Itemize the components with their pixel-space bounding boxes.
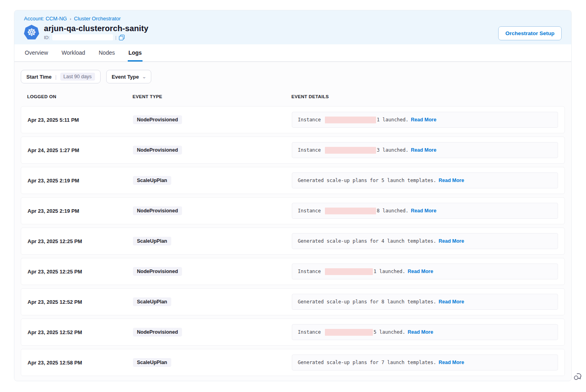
id-separator: | xyxy=(115,35,117,40)
event-type-cell: ScaleUpPlan xyxy=(133,358,292,367)
breadcrumb-account[interactable]: Account: CCM-NG xyxy=(24,16,67,22)
event-details-cell: Instance5 launched.Read More xyxy=(292,324,558,340)
tab-nodes[interactable]: Nodes xyxy=(98,44,115,61)
tab-overview[interactable]: Overview xyxy=(24,44,49,61)
kubernetes-icon: ☸ xyxy=(24,25,39,40)
filters-row: Start Time | Last 90 days Event Type ⌄ xyxy=(21,70,565,83)
event-details-text: Generated scale-up plans for 7 launch te… xyxy=(298,360,436,365)
column-header-event-type: EVENT TYPE xyxy=(133,94,291,99)
start-time-label: Start Time xyxy=(26,74,51,80)
event-details-cell: Instance8 launched.Read More xyxy=(292,203,558,219)
event-details-text-after: 1 launched. xyxy=(374,269,405,274)
event-details-text: Instance xyxy=(298,329,321,335)
logged-on-value: Apr 23, 2025 12:25 PM xyxy=(28,238,133,244)
chat-bubbles-icon[interactable] xyxy=(573,371,583,382)
redacted-instance-id xyxy=(325,268,373,275)
id-redacted-value xyxy=(52,34,113,40)
read-more-link[interactable]: Read More xyxy=(439,178,464,183)
column-header-event-details: EVENT DETAILS xyxy=(291,94,558,99)
event-type-cell: NodeProvisioned xyxy=(133,328,292,337)
filter-divider: | xyxy=(55,74,56,80)
breadcrumb-separator-icon: › xyxy=(70,16,71,21)
event-details-box: Instance8 launched.Read More xyxy=(292,203,558,219)
event-details-text-after: 1 launched. xyxy=(377,117,408,123)
event-details-cell: Generated scale-up plans for 7 launch te… xyxy=(292,354,558,370)
redacted-instance-id xyxy=(325,208,376,214)
start-time-value: Last 90 days xyxy=(60,73,95,81)
event-details-text: Generated scale-up plans for 5 launch te… xyxy=(298,178,436,183)
logged-on-value: Apr 23, 2025 12:58 PM xyxy=(28,360,133,366)
event-details-box: Instance1 launched.Read More xyxy=(292,112,558,128)
log-row: Apr 24, 2025 1:27 PMNodeProvisionedInsta… xyxy=(21,137,565,164)
event-type-cell: NodeProvisioned xyxy=(133,206,292,215)
read-more-link[interactable]: Read More xyxy=(408,269,433,274)
id-label: ID: xyxy=(44,35,50,40)
read-more-link[interactable]: Read More xyxy=(411,147,436,153)
start-time-filter[interactable]: Start Time | Last 90 days xyxy=(21,70,101,83)
read-more-link[interactable]: Read More xyxy=(439,360,464,365)
event-details-text-after: 5 launched. xyxy=(374,329,405,335)
event-details-box: Instance1 launched.Read More xyxy=(292,263,558,279)
event-details-cell: Instance1 launched.Read More xyxy=(292,263,558,279)
event-type-badge: NodeProvisioned xyxy=(133,328,182,337)
event-details-text: Instance xyxy=(298,147,321,153)
event-details-text: Instance xyxy=(298,208,321,214)
page-title: arjun-qa-clusterorch-sanity xyxy=(44,24,148,33)
event-details-cell: Generated scale-up plans for 4 launch te… xyxy=(292,233,558,249)
table-header: LOGGED ON EVENT TYPE EVENT DETAILS xyxy=(21,94,565,99)
redacted-instance-id xyxy=(325,117,376,123)
log-row: Apr 23, 2025 5:11 PMNodeProvisionedInsta… xyxy=(21,106,565,133)
event-type-filter[interactable]: Event Type ⌄ xyxy=(106,70,152,83)
event-type-badge: NodeProvisioned xyxy=(133,146,182,154)
cluster-orchestrator-panel: Account: CCM-NG › Cluster Orchestrator ☸… xyxy=(14,10,572,381)
event-details-box: Instance3 launched.Read More xyxy=(292,142,558,158)
event-type-badge: NodeProvisioned xyxy=(133,206,182,215)
event-details-text: Instance xyxy=(298,117,321,123)
event-type-badge: ScaleUpPlan xyxy=(133,297,171,306)
redacted-instance-id xyxy=(325,147,376,154)
read-more-link[interactable]: Read More xyxy=(408,329,433,335)
log-row: Apr 23, 2025 12:52 PMNodeProvisionedInst… xyxy=(21,319,565,346)
event-type-cell: ScaleUpPlan xyxy=(133,297,292,306)
event-details-cell: Instance3 launched.Read More xyxy=(292,142,558,158)
title-left: ☸ arjun-qa-clusterorch-sanity ID: | xyxy=(24,24,148,40)
chevron-down-icon: ⌄ xyxy=(142,75,146,79)
event-type-badge: ScaleUpPlan xyxy=(133,237,171,245)
event-details-text-after: 8 launched. xyxy=(377,208,408,214)
event-type-cell: ScaleUpPlan xyxy=(133,176,292,185)
logged-on-value: Apr 23, 2025 5:11 PM xyxy=(28,117,133,123)
breadcrumb: Account: CCM-NG › Cluster Orchestrator xyxy=(24,16,562,22)
event-details-box: Generated scale-up plans for 4 launch te… xyxy=(292,233,558,249)
log-row: Apr 23, 2025 2:19 PMScaleUpPlanGenerated… xyxy=(21,167,565,194)
event-details-cell: Generated scale-up plans for 8 launch te… xyxy=(292,294,558,310)
read-more-link[interactable]: Read More xyxy=(411,208,436,214)
orchestrator-setup-button[interactable]: Orchestrator Setup xyxy=(498,26,562,40)
event-details-text: Instance xyxy=(298,269,321,274)
event-type-cell: ScaleUpPlan xyxy=(133,237,292,245)
log-row: Apr 23, 2025 12:25 PMScaleUpPlanGenerate… xyxy=(21,228,565,255)
event-details-text-after: 3 launched. xyxy=(377,147,408,153)
event-details-box: Instance5 launched.Read More xyxy=(292,324,558,340)
logs-content: Start Time | Last 90 days Event Type ⌄ L… xyxy=(14,62,571,381)
event-type-badge: ScaleUpPlan xyxy=(133,176,171,185)
event-type-badge: NodeProvisioned xyxy=(133,115,182,124)
read-more-link[interactable]: Read More xyxy=(411,117,436,123)
logged-on-value: Apr 23, 2025 2:19 PM xyxy=(28,208,133,214)
event-type-cell: NodeProvisioned xyxy=(133,115,292,124)
breadcrumb-cluster-orchestrator[interactable]: Cluster Orchestrator xyxy=(74,16,121,22)
tab-workload[interactable]: Workload xyxy=(61,44,86,61)
event-type-badge: ScaleUpPlan xyxy=(133,358,171,367)
logged-on-value: Apr 24, 2025 1:27 PM xyxy=(28,147,133,153)
title-texts: arjun-qa-clusterorch-sanity ID: | xyxy=(44,24,148,40)
log-row: Apr 23, 2025 2:19 PMNodeProvisionedInsta… xyxy=(21,197,565,224)
log-row: Apr 23, 2025 12:58 PMScaleUpPlanGenerate… xyxy=(21,349,565,376)
copy-icon[interactable] xyxy=(119,35,125,40)
logged-on-value: Apr 23, 2025 2:19 PM xyxy=(28,178,133,184)
read-more-link[interactable]: Read More xyxy=(439,238,464,244)
read-more-link[interactable]: Read More xyxy=(439,299,464,305)
tab-logs[interactable]: Logs xyxy=(128,44,143,61)
event-type-cell: NodeProvisioned xyxy=(133,267,292,276)
event-type-cell: NodeProvisioned xyxy=(133,146,292,154)
title-row: ☸ arjun-qa-clusterorch-sanity ID: | Orch… xyxy=(24,24,562,40)
event-details-box: Generated scale-up plans for 8 launch te… xyxy=(292,294,558,310)
